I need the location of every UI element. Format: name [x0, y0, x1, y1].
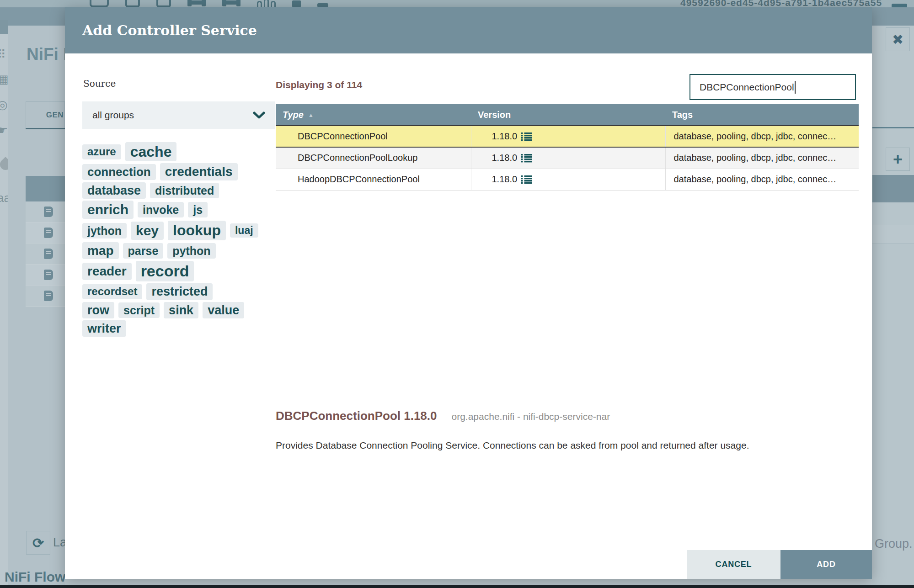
- cell-version-text: 1.18.0: [492, 153, 518, 163]
- tag-invoke[interactable]: invoke: [138, 202, 184, 217]
- close-settings-button: ✖: [886, 27, 910, 51]
- selected-type-bundle: org.apache.nifi - nifi-dbcp-service-nar: [452, 411, 610, 422]
- tag-parse[interactable]: parse: [123, 243, 164, 259]
- tag-record[interactable]: record: [136, 261, 194, 281]
- status-bar: [0, 585, 914, 588]
- selected-type-description: Provides Database Connection Pooling Ser…: [276, 439, 866, 452]
- group-text: Group.: [875, 537, 913, 551]
- tag-reader[interactable]: reader: [82, 263, 132, 280]
- tag-cloud-row: readerrecord: [82, 261, 288, 281]
- service-row-dimmed: [26, 265, 65, 286]
- tag-connection[interactable]: connection: [82, 164, 156, 180]
- plus-icon: +: [893, 150, 903, 169]
- tag-enrich[interactable]: enrich: [82, 201, 134, 219]
- tag-js[interactable]: js: [188, 202, 208, 217]
- selected-type-title: DBCPConnectionPool 1.18.0: [276, 409, 437, 423]
- tag-cloud-row: connectioncredentials: [82, 163, 288, 180]
- tag-azure[interactable]: azure: [82, 144, 121, 159]
- service-row-dimmed: [26, 244, 65, 265]
- tag-cloud: azurecacheconnectioncredentialsdatabased…: [82, 142, 288, 339]
- tag-value[interactable]: value: [203, 302, 244, 318]
- refresh-icon: ⟳: [32, 535, 44, 551]
- chevron-down-icon: [253, 111, 265, 119]
- remote-process-group-icon: [222, 0, 241, 7]
- left-icon-strip: ⠿ ▦ ◎ ☛ aa: [0, 26, 9, 574]
- tag-writer[interactable]: writer: [82, 320, 126, 337]
- close-icon: ✖: [892, 32, 903, 48]
- service-row[interactable]: DBCPConnectionPool 1.18.0 database, pool…: [276, 126, 859, 147]
- service-row-dimmed: [26, 222, 65, 244]
- tag-sink[interactable]: sink: [164, 302, 198, 318]
- service-row-dimmed: [26, 286, 65, 307]
- cell-type: HadoopDBCPConnectionPool: [276, 169, 471, 190]
- source-selected-value: all groups: [92, 110, 134, 121]
- tag-cloud-row: writer: [82, 320, 288, 337]
- version-list-icon[interactable]: [521, 154, 532, 163]
- template-icon: [292, 0, 301, 7]
- services-rows-dimmed: [26, 201, 65, 307]
- usage-doc-icon: [44, 291, 53, 301]
- service-row[interactable]: DBCPConnectionPoolLookup 1.18.0 database…: [276, 147, 859, 169]
- add-controller-service-dialog: Add Controller Service Source all groups…: [65, 7, 872, 579]
- service-row-dimmed: [26, 201, 65, 222]
- breadcrumb: NiFi Flow: [5, 569, 65, 585]
- cell-tags: database, pooling, dbcp, jdbc, connec…: [665, 126, 859, 147]
- services-table-header-dimmed: [26, 176, 65, 201]
- dialog-title: Add Controller Service: [65, 7, 872, 53]
- tab-general: GEN: [26, 101, 65, 128]
- service-row[interactable]: HadoopDBCPConnectionPool 1.18.0 database…: [276, 169, 859, 190]
- refresh-button: ⟳: [26, 531, 50, 555]
- tag-distributed[interactable]: distributed: [150, 183, 219, 198]
- cell-tags: database, pooling, dbcp, jdbc, connec…: [665, 169, 859, 190]
- version-list-icon[interactable]: [521, 175, 532, 184]
- tag-row[interactable]: row: [82, 302, 114, 318]
- tag-cloud-row: rowscriptsinkvalue: [82, 302, 288, 318]
- column-tags: Tags: [665, 104, 859, 126]
- palette-icon: ▦: [0, 72, 9, 86]
- usage-doc-icon: [44, 249, 53, 259]
- cell-tags: database, pooling, dbcp, jdbc, connec…: [665, 147, 859, 169]
- navigate-icon: ◎: [0, 98, 8, 112]
- screen: 49592690-ed45-4d95-a791-1b4aec575a55 ⠿ ▦…: [0, 0, 914, 588]
- tag-database[interactable]: database: [82, 182, 146, 199]
- result-count: Displaying 3 of 114: [276, 79, 362, 90]
- add-button[interactable]: ADD: [780, 550, 872, 579]
- service-types-table: Type▲ Version Tags DBCPConnectionPool 1.…: [276, 104, 859, 191]
- usage-doc-icon: [44, 270, 53, 280]
- source-label: Source: [83, 78, 116, 89]
- processor-icon: [90, 0, 109, 7]
- column-version: Version: [471, 104, 665, 126]
- tag-jython[interactable]: jython: [82, 223, 127, 238]
- cancel-button[interactable]: CANCEL: [687, 550, 780, 579]
- tag-cloud-row: jythonkeylookupluaj: [82, 221, 288, 240]
- cell-type: DBCPConnectionPool: [276, 126, 471, 147]
- tag-script[interactable]: script: [118, 302, 160, 318]
- sort-asc-icon: ▲: [308, 112, 314, 118]
- tag-credentials[interactable]: credentials: [160, 163, 238, 180]
- tag-restricted[interactable]: restricted: [146, 283, 213, 300]
- tag-cloud-row: mapparsepython: [82, 242, 288, 260]
- usage-doc-icon: [44, 228, 53, 238]
- filter-value: DBCPConnectionPool: [700, 82, 794, 93]
- tag-cache[interactable]: cache: [125, 142, 177, 161]
- source-select[interactable]: all groups: [82, 101, 275, 129]
- tag-cloud-row: recordsetrestricted: [82, 283, 288, 300]
- usage-doc-icon: [44, 207, 53, 217]
- cell-version-text: 1.18.0: [492, 131, 518, 142]
- cell-version-text: 1.18.0: [492, 174, 518, 185]
- nifi-component-toolbar: 49592690-ed45-4d95-a791-1b4aec575a55: [0, 0, 914, 7]
- hand-icon: ☛: [0, 123, 8, 138]
- grid-icon: ⠿: [0, 48, 6, 62]
- tag-key[interactable]: key: [131, 222, 164, 240]
- output-port-icon: [156, 0, 171, 7]
- tag-lookup[interactable]: lookup: [168, 221, 226, 240]
- tag-luaj[interactable]: luaj: [230, 223, 258, 238]
- settings-page-right-edge: ✖ + Group.: [872, 26, 914, 586]
- filter-input[interactable]: DBCPConnectionPool: [690, 74, 856, 100]
- column-type[interactable]: Type▲: [276, 104, 471, 126]
- version-list-icon[interactable]: [521, 132, 532, 141]
- tag-python[interactable]: python: [167, 243, 215, 259]
- tag-map[interactable]: map: [82, 242, 119, 260]
- tag-recordset[interactable]: recordset: [82, 284, 142, 299]
- funnel-icon: [257, 0, 276, 7]
